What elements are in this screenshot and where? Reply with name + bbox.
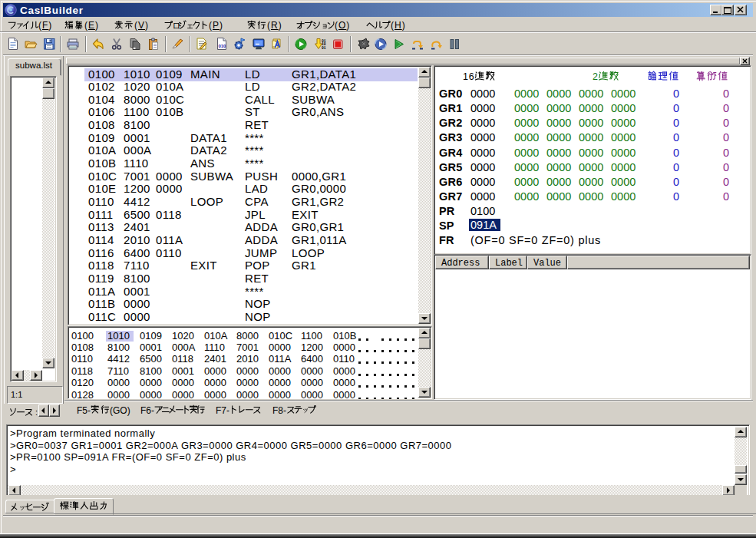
svg-text:010: 010 [218,44,226,48]
svg-text:6: 6 [469,71,474,82]
svg-text:01: 01 [322,46,326,50]
svg-text:2: 2 [593,71,598,82]
svg-text:1: 1 [463,71,468,82]
